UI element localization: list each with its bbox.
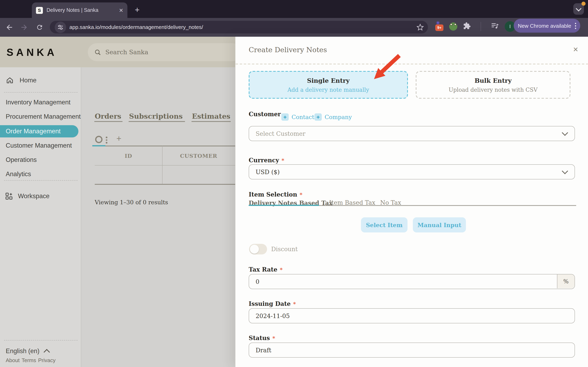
home-icon — [6, 76, 14, 84]
view-circle-tab[interactable] — [95, 136, 103, 143]
sidebar-item-label: Home — [20, 77, 36, 84]
sidebar-divider — [4, 180, 78, 181]
bulk-entry-subtitle: Upload delivery notes with CSV — [449, 86, 537, 93]
terms-link[interactable]: Terms — [22, 357, 36, 363]
active-view-underline — [92, 145, 105, 146]
add-company-link[interactable]: + Company — [314, 113, 352, 121]
modal-divider — [236, 64, 588, 64]
column-header-customer[interactable]: CUSTOMER — [162, 153, 235, 159]
site-settings-icon[interactable] — [55, 21, 66, 33]
select-item-button[interactable]: Select Item — [361, 217, 407, 233]
currency-select[interactable]: USD ($) — [249, 164, 575, 179]
chevron-up-icon — [43, 349, 50, 355]
sidebar-item-order-management[interactable]: Order Management — [0, 125, 78, 137]
sidebar-item-operations[interactable]: Operations — [0, 155, 81, 165]
notification-extension-icon[interactable]: ✳ 9+ — [435, 25, 443, 31]
extensions-puzzle-icon[interactable] — [463, 22, 471, 31]
language-selector[interactable]: English (en) — [6, 347, 49, 355]
extensions-row: ✳ 9+ I — [435, 21, 515, 32]
view-row-line — [105, 146, 235, 146]
workspace-grid-icon — [5, 192, 13, 200]
chrome-update-button[interactable]: New Chrome available — [514, 19, 580, 33]
media-controls-icon[interactable] — [491, 22, 499, 31]
currency-value: USD ($) — [256, 169, 280, 175]
header-band: Search Sanka — [81, 37, 235, 67]
back-button[interactable] — [4, 22, 15, 33]
forward-button[interactable] — [19, 22, 29, 33]
sidebar-item-workspace[interactable]: Workspace — [0, 191, 81, 201]
sidebar: SANKA Home Inventory Management Procurem… — [0, 37, 81, 367]
manual-input-button[interactable]: Manual Input — [413, 217, 466, 233]
status-input[interactable]: Draft — [249, 342, 575, 358]
bulk-entry-card[interactable]: Bulk Entry Upload delivery notes with CS… — [416, 71, 571, 99]
refresh-button[interactable] — [34, 22, 45, 33]
browser-menu-icon[interactable] — [575, 23, 576, 29]
required-asterisk: * — [293, 301, 296, 307]
new-tab-button[interactable]: + — [131, 4, 143, 16]
update-badge-dot — [581, 2, 586, 6]
about-link[interactable]: About — [6, 357, 20, 363]
customer-label: Customer — [249, 110, 281, 117]
required-asterisk: * — [282, 157, 285, 164]
issuing-date-input[interactable]: 2024-11-05 — [249, 308, 575, 323]
sidebar-item-customer[interactable]: Customer Management — [0, 140, 81, 151]
issuing-date-label: Issuing Date* — [249, 300, 296, 307]
add-contact-link[interactable]: + Contact — [281, 113, 314, 121]
issuing-date-value: 2024-11-05 — [256, 313, 290, 319]
sidebar-divider — [4, 340, 78, 341]
browser-tab-strip: S Delivery Notes | Sanka ✕ + — [0, 0, 588, 18]
sidebar-item-inventory[interactable]: Inventory Management — [0, 97, 81, 108]
bookmark-star-icon[interactable] — [414, 21, 426, 33]
url-bar[interactable]: app.sanka.io/modules/ordermanagement/del… — [50, 21, 428, 33]
app-logo[interactable]: SANKA — [7, 47, 57, 58]
tab-subscriptions[interactable]: Subscriptions — [129, 112, 183, 120]
toolbar-divider — [481, 22, 481, 31]
browser-tab[interactable]: S Delivery Notes | Sanka ✕ — [32, 2, 127, 18]
customer-placeholder: Select Customer — [256, 130, 305, 137]
modal-close-icon[interactable]: ✕ — [573, 46, 579, 53]
sidebar-item-analytics[interactable]: Analytics — [0, 169, 81, 179]
discount-toggle[interactable] — [249, 244, 267, 254]
tab-estimates[interactable]: Estimates — [192, 112, 230, 120]
tax-rate-input[interactable]: 0 % — [249, 274, 575, 289]
tab-orders[interactable]: Orders — [95, 112, 121, 120]
tab-underline — [319, 205, 576, 206]
results-count: Viewing 1–30 of 0 results — [95, 199, 168, 206]
screen: S Delivery Notes | Sanka ✕ + app.sanka.i… — [0, 0, 588, 367]
required-asterisk: * — [280, 267, 283, 273]
percent-suffix: % — [557, 275, 575, 288]
add-view-button[interactable]: + — [116, 134, 121, 143]
url-text[interactable]: app.sanka.io/modules/ordermanagement/del… — [69, 24, 414, 30]
tax-rate-value: 0 — [256, 278, 259, 285]
bulk-entry-title: Bulk Entry — [475, 77, 512, 84]
frog-extension-icon[interactable] — [449, 22, 457, 31]
privacy-link[interactable]: Privacy — [38, 357, 56, 363]
status-label: Status* — [249, 334, 275, 341]
sidebar-item-procurement[interactable]: Procurement Management — [0, 111, 81, 122]
footer-links: About Terms Privacy — [6, 357, 56, 363]
active-tab-underline — [249, 205, 319, 206]
sidebar-item-home[interactable]: Home — [0, 75, 81, 86]
modal-title: Create Delivery Notes — [249, 46, 327, 54]
sidebar-divider — [4, 92, 78, 92]
logo-band: SANKA — [0, 37, 81, 67]
tax-rate-label: Tax Rate* — [249, 266, 283, 273]
create-delivery-notes-modal: Create Delivery Notes ✕ Single Entry Add… — [235, 37, 588, 367]
item-selection-label: Item Selection* — [249, 191, 302, 198]
search-bar[interactable]: Search Sanka — [88, 43, 241, 61]
search-icon — [94, 49, 101, 56]
table-header-border — [95, 165, 235, 166]
view-options-icon[interactable] — [106, 137, 107, 143]
tab-close-icon[interactable]: ✕ — [119, 7, 123, 13]
required-asterisk: * — [300, 192, 303, 198]
chevron-down-icon — [576, 6, 581, 11]
app-window: SANKA Home Inventory Management Procurem… — [0, 37, 588, 367]
language-label: English (en) — [6, 347, 39, 355]
single-entry-title: Single Entry — [307, 77, 350, 84]
main-content: Orders Subscriptions Estimates + ID CUST… — [81, 67, 235, 367]
customer-select[interactable]: Select Customer — [249, 126, 575, 141]
currency-label: Currency* — [249, 157, 284, 164]
column-header-id[interactable]: ID — [95, 153, 162, 159]
toggle-knob — [250, 245, 259, 254]
favicon: S — [36, 7, 43, 14]
